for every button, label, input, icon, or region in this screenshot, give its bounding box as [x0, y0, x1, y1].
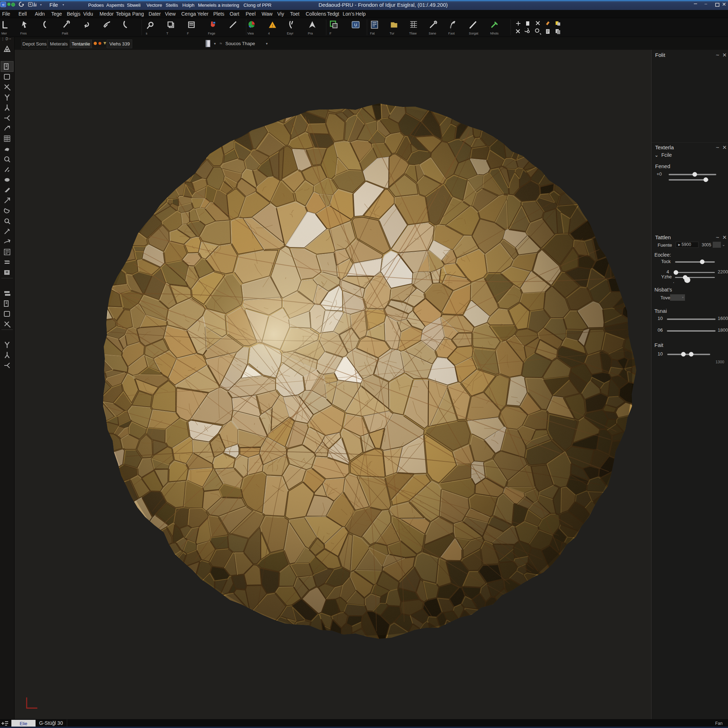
svg-text:st: st	[2, 3, 5, 6]
svg-text:U: U	[354, 23, 357, 27]
svg-text:!: !	[272, 24, 273, 28]
